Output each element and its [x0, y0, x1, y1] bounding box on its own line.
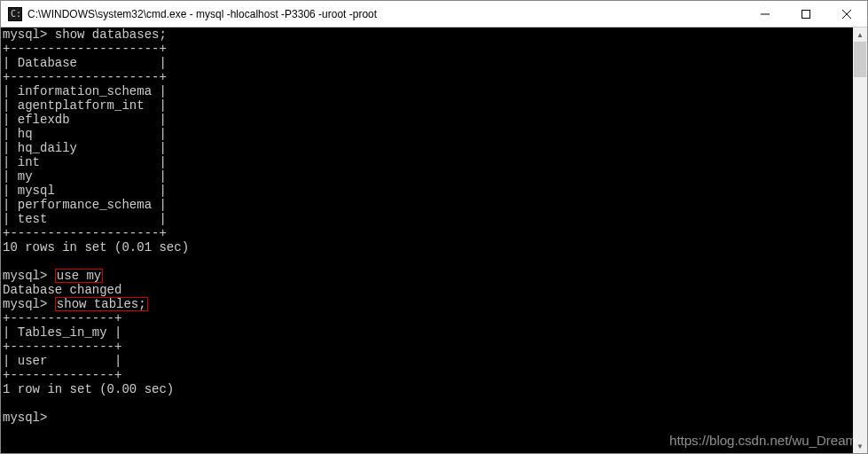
close-icon — [842, 10, 851, 19]
window-title: C:\WINDOWS\system32\cmd.exe - mysql -hlo… — [27, 8, 745, 20]
tbl-result-summary: 1 row in set (0.00 sec) — [3, 382, 174, 396]
tbl-table-bottom: +--------------+ — [3, 368, 121, 382]
cmd-window: C: C:\WINDOWS\system32\cmd.exe - mysql -… — [0, 0, 868, 454]
svg-rect-4 — [802, 10, 810, 18]
titlebar[interactable]: C: C:\WINDOWS\system32\cmd.exe - mysql -… — [1, 1, 867, 27]
db-row: | test | — [3, 212, 167, 226]
database-changed: Database changed — [3, 283, 121, 297]
db-row: | agentplatform_int | — [3, 98, 167, 113]
close-button[interactable] — [826, 1, 867, 27]
maximize-icon — [802, 10, 810, 19]
terminal-output: mysql> show databases; +----------------… — [1, 27, 867, 425]
db-row: | eflexdb | — [3, 113, 167, 127]
terminal-area[interactable]: mysql> show databases; +----------------… — [1, 27, 867, 453]
vertical-scrollbar[interactable]: ▲ ▼ — [853, 27, 867, 453]
cmd-use-my: use my — [55, 269, 103, 283]
svg-text:C:: C: — [11, 9, 21, 19]
db-row: | int | — [3, 155, 167, 169]
scroll-track[interactable] — [853, 42, 867, 439]
watermark-text: https://blog.csdn.net/wu_Dream — [669, 433, 856, 448]
db-table-bottom: +--------------------+ — [3, 226, 167, 240]
mysql-prompt: mysql> — [3, 27, 47, 42]
scroll-thumb[interactable] — [854, 42, 866, 77]
mysql-prompt: mysql> — [3, 269, 47, 283]
tbl-table-sep: +--------------+ — [3, 340, 121, 354]
window-controls — [745, 1, 867, 27]
minimize-button[interactable] — [745, 1, 786, 27]
tbl-table-top: +--------------+ — [3, 311, 121, 325]
db-row: | my | — [3, 169, 167, 184]
db-row: | hq_daily | — [3, 141, 167, 155]
cmd-show-tables: show tables; — [55, 297, 148, 311]
tbl-table-header: | Tables_in_my | — [3, 325, 121, 340]
db-table-top: +--------------------+ — [3, 42, 167, 56]
db-table-header: | Database | — [3, 56, 167, 70]
tbl-row: | user | — [3, 354, 121, 368]
mysql-prompt: mysql> — [3, 411, 47, 425]
db-row: | performance_schema | — [3, 198, 167, 212]
db-result-summary: 10 rows in set (0.01 sec) — [3, 240, 189, 254]
cmd-show-databases: show databases; — [55, 27, 167, 42]
scroll-up-arrow-icon[interactable]: ▲ — [853, 27, 867, 42]
cmd-icon: C: — [8, 7, 22, 21]
db-row: | hq | — [3, 127, 167, 141]
scroll-down-arrow-icon[interactable]: ▼ — [853, 439, 867, 453]
maximize-button[interactable] — [786, 1, 826, 27]
minimize-icon — [761, 10, 770, 19]
mysql-prompt: mysql> — [3, 297, 47, 311]
db-row: | information_schema | — [3, 84, 167, 98]
db-row: | mysql | — [3, 184, 167, 198]
db-table-sep: +--------------------+ — [3, 70, 167, 84]
